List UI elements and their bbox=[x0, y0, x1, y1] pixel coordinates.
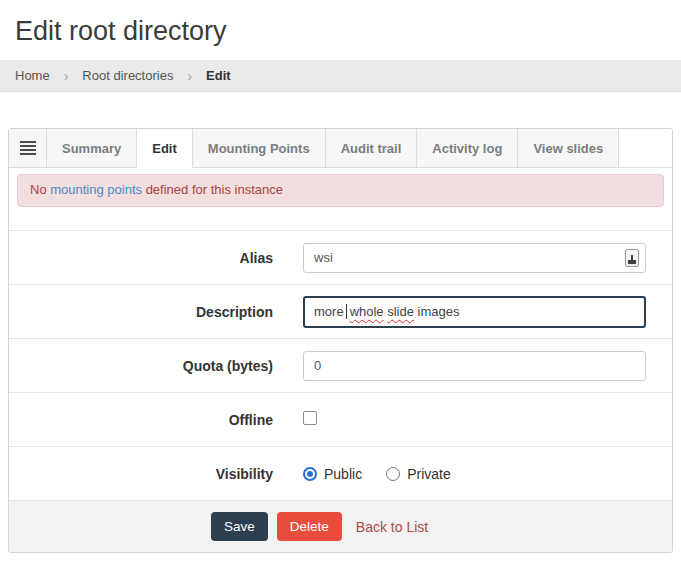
quota-label: Quota (bytes) bbox=[9, 358, 303, 374]
root-directory-form: Alias Description morewhole slide images… bbox=[9, 230, 672, 500]
visibility-label: Visibility bbox=[9, 466, 303, 482]
tab-edit[interactable]: Edit bbox=[137, 129, 193, 168]
quota-row: Quota (bytes) bbox=[9, 338, 672, 392]
public-radio-label[interactable]: Public bbox=[324, 466, 362, 482]
mounting-points-link[interactable]: mounting points bbox=[50, 182, 142, 197]
edit-panel: Summary Edit Mounting Points Audit trail… bbox=[8, 128, 673, 553]
breadcrumb-edit: Edit bbox=[206, 68, 231, 83]
hamburger-menu-icon bbox=[20, 141, 36, 155]
save-button[interactable]: Save bbox=[211, 512, 268, 541]
delete-button[interactable]: Delete bbox=[277, 512, 342, 541]
alias-row: Alias bbox=[9, 230, 672, 284]
alert-text-prefix: No bbox=[30, 182, 50, 197]
alert-text-suffix: defined for this instance bbox=[142, 182, 283, 197]
description-word: more bbox=[314, 304, 344, 319]
description-label: Description bbox=[9, 304, 303, 320]
breadcrumb-home[interactable]: Home bbox=[15, 68, 50, 83]
offline-checkbox[interactable] bbox=[303, 411, 317, 425]
description-word-misspelled: whole bbox=[350, 304, 384, 319]
tab-mounting-points[interactable]: Mounting Points bbox=[193, 129, 326, 168]
tab-audit-trail[interactable]: Audit trail bbox=[326, 129, 418, 168]
tab-summary[interactable]: Summary bbox=[47, 129, 137, 168]
breadcrumb-root-directories[interactable]: Root directories bbox=[82, 68, 173, 83]
tab-activity-log[interactable]: Activity log bbox=[417, 129, 518, 168]
breadcrumb-separator-icon: › bbox=[187, 68, 192, 84]
visibility-row: Visibility Public Private bbox=[9, 446, 672, 500]
form-footer: Save Delete Back to List bbox=[9, 500, 672, 552]
description-word: images bbox=[414, 304, 460, 319]
private-radio-label[interactable]: Private bbox=[407, 466, 451, 482]
public-radio[interactable] bbox=[303, 467, 317, 481]
alias-label: Alias bbox=[9, 250, 303, 266]
description-input[interactable]: morewhole slide images bbox=[303, 296, 646, 328]
offline-row: Offline bbox=[9, 392, 672, 446]
tab-bar-filler bbox=[619, 129, 672, 168]
visibility-radio-group: Public Private bbox=[303, 466, 646, 482]
alias-input[interactable] bbox=[303, 243, 646, 273]
breadcrumb: Home › Root directories › Edit bbox=[0, 60, 681, 92]
page-title: Edit root directory bbox=[0, 0, 681, 60]
breadcrumb-separator-icon: › bbox=[64, 68, 69, 84]
description-row: Description morewhole slide images bbox=[9, 284, 672, 338]
text-cursor bbox=[346, 304, 347, 319]
tab-view-slides[interactable]: View slides bbox=[518, 129, 619, 168]
quota-input[interactable] bbox=[303, 351, 646, 381]
tab-menu-button[interactable] bbox=[9, 129, 47, 168]
tab-bar: Summary Edit Mounting Points Audit trail… bbox=[9, 129, 672, 168]
autofill-icon[interactable] bbox=[625, 249, 639, 267]
autofill-glyph-icon bbox=[628, 255, 636, 264]
no-mounting-points-alert: No mounting points defined for this inst… bbox=[17, 174, 664, 207]
description-word-misspelled: slide bbox=[387, 304, 414, 319]
back-to-list-link[interactable]: Back to List bbox=[356, 519, 428, 535]
offline-label: Offline bbox=[9, 412, 303, 428]
private-radio[interactable] bbox=[386, 467, 400, 481]
